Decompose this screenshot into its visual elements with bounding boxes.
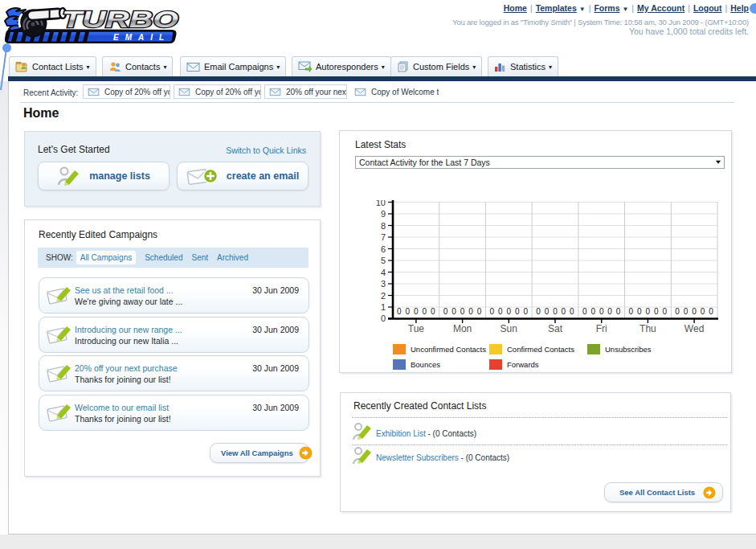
svg-text:EMAIL: EMAIL (113, 33, 170, 42)
svg-text:6: 6 (381, 244, 386, 254)
svg-text:0: 0 (701, 307, 705, 316)
svg-text:0: 0 (431, 307, 435, 316)
svg-text:Fri: Fri (596, 323, 607, 334)
svg-text:0: 0 (562, 307, 566, 316)
svg-text:2: 2 (381, 291, 386, 301)
svg-text:5: 5 (381, 256, 386, 265)
svg-text:Mon: Mon (453, 323, 472, 334)
svg-text:0: 0 (637, 307, 642, 316)
svg-text:0: 0 (570, 307, 574, 316)
svg-text:0: 0 (582, 307, 587, 316)
svg-text:0: 0 (675, 307, 680, 316)
svg-text:0: 0 (684, 307, 689, 316)
svg-text:0: 0 (599, 307, 604, 316)
svg-text:0: 0 (406, 307, 411, 316)
svg-text:Sat: Sat (548, 323, 563, 334)
svg-text:Wed: Wed (684, 323, 704, 334)
svg-text:0: 0 (468, 307, 473, 316)
svg-text:Thu: Thu (640, 323, 656, 334)
svg-text:0: 0 (692, 307, 697, 316)
svg-text:0: 0 (460, 307, 465, 316)
svg-text:0: 0 (506, 307, 511, 316)
svg-text:0: 0 (663, 307, 668, 316)
svg-text:0: 0 (607, 307, 612, 316)
svg-text:0: 0 (498, 307, 503, 316)
svg-text:0: 0 (490, 307, 495, 316)
svg-text:0: 0 (414, 307, 419, 316)
svg-text:Sun: Sun (501, 323, 517, 334)
svg-text:Tue: Tue (408, 323, 425, 334)
svg-text:0: 0 (443, 307, 448, 316)
svg-text:TURBO: TURBO (62, 6, 179, 32)
svg-text:7: 7 (381, 232, 386, 242)
svg-text:10: 10 (376, 200, 386, 207)
svg-text:0: 0 (397, 307, 402, 316)
svg-text:0: 0 (629, 307, 634, 316)
svg-text:0: 0 (545, 307, 550, 316)
svg-text:0: 0 (616, 307, 621, 316)
svg-text:0: 0 (477, 307, 482, 316)
svg-text:0: 0 (646, 307, 651, 316)
svg-text:0: 0 (515, 307, 520, 316)
svg-text:0: 0 (590, 307, 595, 316)
svg-text:0: 0 (452, 307, 456, 316)
svg-text:4: 4 (381, 268, 386, 277)
svg-text:9: 9 (381, 209, 386, 219)
svg-text:3: 3 (381, 279, 386, 289)
svg-text:0: 0 (523, 307, 528, 316)
svg-text:0: 0 (709, 307, 713, 316)
svg-text:8: 8 (381, 221, 386, 231)
svg-text:0: 0 (654, 307, 659, 316)
svg-text:0: 0 (536, 307, 541, 316)
svg-text:0: 0 (553, 307, 558, 316)
svg-text:0: 0 (423, 307, 427, 316)
